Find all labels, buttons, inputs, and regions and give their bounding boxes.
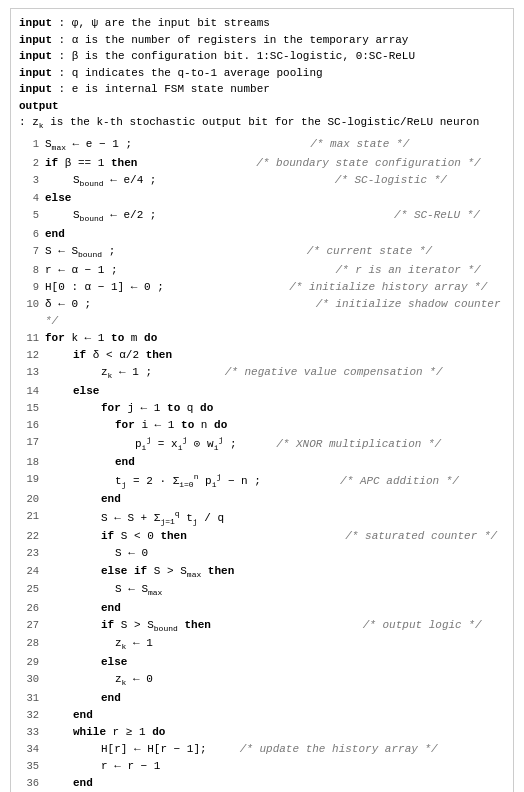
header-line-1: input : φ, ψ are the input bit streams (19, 15, 505, 32)
line-20: 20 end (19, 491, 505, 508)
line-16: 16 for i ← 1 to n do (19, 417, 505, 434)
line-5: 5 Sbound ← e/2 ; /* SC-ReLU */ (19, 207, 505, 226)
line-31: 31 end (19, 690, 505, 707)
line-14: 14 else (19, 383, 505, 400)
header-line-4: input : q indicates the q-to-1 average p… (19, 65, 505, 82)
line-32: 32 end (19, 707, 505, 724)
algorithm-block: input : φ, ψ are the input bit streams i… (10, 8, 514, 792)
header-line-2: input : α is the number of registers in … (19, 32, 505, 49)
line-24: 24 else if S > Smax then (19, 563, 505, 582)
line-25: 25 S ← Smax (19, 581, 505, 600)
header-line-3: input : β is the configuration bit. 1:SC… (19, 48, 505, 65)
line-23: 23 S ← 0 (19, 545, 505, 562)
line-4: 4 else (19, 190, 505, 207)
line-12: 12 if δ < α/2 then (19, 347, 505, 364)
line-18: 18 end (19, 454, 505, 471)
line-29: 29 else (19, 654, 505, 671)
line-28: 28 zk ← 1 (19, 635, 505, 654)
kw-input4: input (19, 65, 52, 82)
line-17: 17 pij = xij ⊙ wij ; /* XNOR multiplicat… (19, 434, 505, 454)
line-1: 1 Smax ← e − 1 ; /* max state */ (19, 136, 505, 155)
line-8: 8 r ← α − 1 ; /* r is an iterator */ (19, 262, 505, 279)
line-10: 10 δ ← 0 ; /* initialize shadow counter … (19, 296, 505, 330)
kw-input3: input (19, 48, 52, 65)
line-35: 35 r ← r − 1 (19, 758, 505, 775)
line-13: 13 zk ← 1 ; /* negative value compensati… (19, 364, 505, 383)
kw-output: output (19, 98, 59, 115)
code-lines: 1 Smax ← e − 1 ; /* max state */ 2 if β … (19, 136, 505, 792)
line-36: 36 end (19, 775, 505, 792)
line-11: 11 for k ← 1 to m do (19, 330, 505, 347)
line-2: 2 if β == 1 then /* boundary state confi… (19, 155, 505, 172)
line-21: 21 S ← S + Σj=1q tj / q (19, 508, 505, 528)
header-line-6: output: zk is the k-th stochastic output… (19, 98, 505, 133)
algorithm-header: input : φ, ψ are the input bit streams i… (19, 15, 505, 132)
line-19: 19 tj = 2 · Σi=0n pij − n ; /* APC addit… (19, 471, 505, 491)
line-26: 26 end (19, 600, 505, 617)
kw-input: input (19, 15, 52, 32)
line-34: 34 H[r] ← H[r − 1]; /* update the histor… (19, 741, 505, 758)
kw-input2: input (19, 32, 52, 49)
line-27: 27 if S > Sbound then /* output logic */ (19, 617, 505, 636)
line-22: 22 if S < 0 then /* saturated counter */ (19, 528, 505, 545)
line-9: 9 H[0 : α − 1] ← 0 ; /* initialize histo… (19, 279, 505, 296)
line-15: 15 for j ← 1 to q do (19, 400, 505, 417)
kw-input5: input (19, 81, 52, 98)
line-6: 6 end (19, 226, 505, 243)
header-line-5: input : e is internal FSM state number (19, 81, 505, 98)
line-3: 3 Sbound ← e/4 ; /* SC-logistic */ (19, 172, 505, 191)
line-30: 30 zk ← 0 (19, 671, 505, 690)
line-7: 7 S ← Sbound ; /* current state */ (19, 243, 505, 262)
line-33: 33 while r ≥ 1 do (19, 724, 505, 741)
